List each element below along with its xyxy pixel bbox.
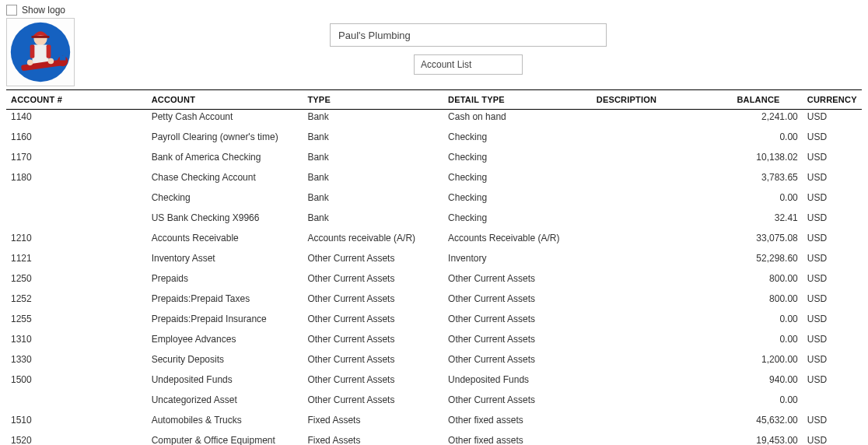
table-row[interactable]: 1210Accounts ReceivableAccounts receivab… (6, 228, 862, 248)
cell-currency: USD (803, 329, 862, 349)
cell-description (592, 228, 733, 248)
col-currency[interactable]: CURRENCY (803, 90, 862, 110)
table-row[interactable]: 1121Inventory AssetOther Current AssetsI… (6, 248, 862, 268)
cell-currency: USD (803, 430, 862, 445)
cell-account: Security Deposits (147, 349, 303, 370)
col-balance[interactable]: BALANCE (732, 90, 802, 110)
cell-account-num: 1250 (6, 268, 147, 289)
table-row[interactable]: CheckingBankChecking0.00USD (6, 187, 862, 208)
cell-account: Checking (147, 187, 303, 208)
cell-type: Bank (303, 147, 443, 167)
cell-account: Petty Cash Account (147, 110, 303, 128)
cell-description (592, 268, 733, 289)
cell-account-num: 1330 (6, 349, 147, 370)
cell-account: US Bank Checking X9966 (147, 208, 303, 228)
cell-type: Bank (303, 127, 443, 147)
table-row[interactable]: US Bank Checking X9966BankChecking32.41U… (6, 208, 862, 228)
cell-account: Accounts Receivable (147, 228, 303, 248)
show-logo-checkbox-row[interactable]: Show logo (6, 5, 75, 16)
col-description[interactable]: DESCRIPTION (592, 90, 733, 110)
cell-detail-type: Checking (443, 167, 592, 187)
report-header: Show logo (6, 5, 862, 86)
cell-detail-type: Other Current Assets (443, 268, 592, 289)
cell-balance: 3,783.65 (732, 167, 802, 187)
cell-account: Undeposited Funds (147, 370, 303, 390)
table-row[interactable]: 1160Payroll Clearing (owner's time)BankC… (6, 127, 862, 147)
cell-currency (803, 390, 862, 410)
cell-description (592, 147, 733, 167)
col-account[interactable]: ACCOUNT (147, 90, 303, 110)
company-name-input[interactable] (330, 23, 607, 47)
table-row[interactable]: 1180Chase Checking AccountBankChecking3,… (6, 167, 862, 187)
cell-description (592, 110, 733, 128)
cell-account-num (6, 390, 147, 410)
table-row[interactable]: 1170Bank of America CheckingBankChecking… (6, 147, 862, 167)
cell-account: Automobiles & Trucks (147, 410, 303, 430)
cell-description (592, 430, 733, 445)
table-header: ACCOUNT # ACCOUNT TYPE DETAIL TYPE DESCR… (6, 90, 862, 110)
cell-account-num: 1160 (6, 127, 147, 147)
table-row[interactable]: 1255Prepaids:Prepaid InsuranceOther Curr… (6, 309, 862, 329)
cell-currency: USD (803, 147, 862, 167)
table-row[interactable]: 1510Automobiles & TrucksFixed AssetsOthe… (6, 410, 862, 430)
cell-type: Bank (303, 208, 443, 228)
col-type[interactable]: TYPE (303, 90, 443, 110)
cell-account-num: 1252 (6, 289, 147, 309)
cell-account: Inventory Asset (147, 248, 303, 268)
cell-balance: 1,200.00 (732, 349, 802, 370)
cell-type: Other Current Assets (303, 309, 443, 329)
col-account-num[interactable]: ACCOUNT # (6, 90, 147, 110)
cell-description (592, 248, 733, 268)
plumber-logo-icon (8, 19, 73, 85)
table-row[interactable]: 1252Prepaids:Prepaid TaxesOther Current … (6, 289, 862, 309)
cell-description (592, 349, 733, 370)
cell-account-num: 1170 (6, 147, 147, 167)
cell-balance: 2,241.00 (732, 110, 802, 128)
cell-type: Other Current Assets (303, 390, 443, 410)
cell-description (592, 309, 733, 329)
svg-point-10 (48, 58, 54, 65)
cell-detail-type: Other Current Assets (443, 349, 592, 370)
svg-rect-5 (47, 44, 51, 58)
svg-rect-4 (30, 44, 35, 58)
table-row[interactable]: 1520Computer & Office EquipmentFixed Ass… (6, 430, 862, 445)
cell-account-num: 1180 (6, 167, 147, 187)
cell-currency: USD (803, 187, 862, 208)
show-logo-label: Show logo (22, 5, 65, 16)
cell-description (592, 410, 733, 430)
show-logo-checkbox[interactable] (6, 5, 17, 16)
table-row[interactable]: Uncategorized AssetOther Current AssetsO… (6, 390, 862, 410)
table-row[interactable]: 1330Security DepositsOther Current Asset… (6, 349, 862, 370)
company-logo[interactable] (6, 18, 75, 86)
table-body: 1140Petty Cash AccountBankCash on hand2,… (6, 110, 862, 446)
cell-type: Other Current Assets (303, 268, 443, 289)
cell-detail-type: Other Current Assets (443, 329, 592, 349)
cell-account: Employee Advances (147, 329, 303, 349)
cell-detail-type: Other Current Assets (443, 390, 592, 410)
cell-account: Prepaids (147, 268, 303, 289)
cell-balance: 800.00 (732, 268, 802, 289)
cell-currency: USD (803, 370, 862, 390)
cell-detail-type: Checking (443, 187, 592, 208)
cell-detail-type: Other fixed assets (443, 410, 592, 430)
table-row[interactable]: 1250PrepaidsOther Current AssetsOther Cu… (6, 268, 862, 289)
cell-currency: USD (803, 410, 862, 430)
cell-account-num: 1210 (6, 228, 147, 248)
col-detail-type[interactable]: DETAIL TYPE (443, 90, 592, 110)
table-row[interactable]: 1500Undeposited FundsOther Current Asset… (6, 370, 862, 390)
svg-rect-2 (32, 36, 50, 38)
cell-type: Other Current Assets (303, 248, 443, 268)
cell-currency: USD (803, 349, 862, 370)
cell-description (592, 329, 733, 349)
table-row[interactable]: 1310Employee AdvancesOther Current Asset… (6, 329, 862, 349)
cell-currency: USD (803, 228, 862, 248)
cell-balance: 32.41 (732, 208, 802, 228)
cell-type: Accounts receivable (A/R) (303, 228, 443, 248)
logo-column: Show logo (6, 5, 75, 86)
cell-detail-type: Undeposited Funds (443, 370, 592, 390)
report-name-input[interactable] (414, 54, 523, 75)
cell-balance: 10,138.02 (732, 147, 802, 167)
table-row[interactable]: 1140Petty Cash AccountBankCash on hand2,… (6, 110, 862, 128)
cell-account-num: 1510 (6, 410, 147, 430)
cell-balance: 0.00 (732, 309, 802, 329)
